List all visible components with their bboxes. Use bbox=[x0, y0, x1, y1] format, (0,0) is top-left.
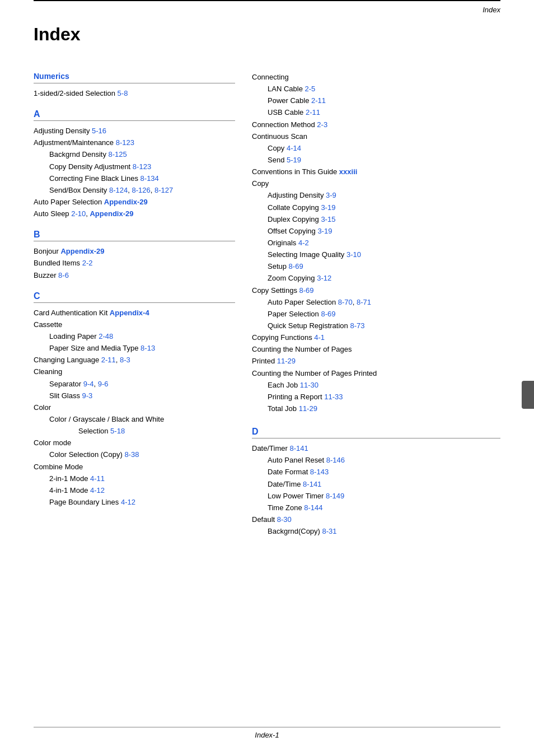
list-item: Counting the Number of Pages Printed bbox=[252, 368, 500, 379]
list-item: Buzzer 8-6 bbox=[34, 270, 235, 281]
side-tab bbox=[522, 381, 534, 409]
right-column: Connecting LAN Cable 2-5 Power Cable 2-1… bbox=[252, 67, 500, 538]
list-item: Auto Sleep 2-10, Appendix-29 bbox=[34, 208, 235, 220]
list-item: Zoom Copying 3-12 bbox=[252, 273, 500, 284]
list-item: Low Power Timer 8-149 bbox=[252, 491, 500, 502]
list-item: Card Authentication Kit Appendix-4 bbox=[34, 307, 235, 319]
list-item: Originals 4-2 bbox=[252, 237, 500, 249]
list-item: Slit Glass 9-3 bbox=[34, 390, 235, 402]
list-item: Total Job 11-29 bbox=[252, 403, 500, 414]
list-item: Paper Selection 8-69 bbox=[252, 309, 500, 320]
list-item: Printing a Report 11-33 bbox=[252, 391, 500, 403]
list-item: Auto Panel Reset 8-146 bbox=[252, 455, 500, 466]
list-item: Collate Copying 3-19 bbox=[252, 202, 500, 213]
list-item: Loading Paper 2-48 bbox=[34, 331, 235, 342]
list-item: Date Format 8-143 bbox=[252, 466, 500, 478]
list-item: Setup 8-69 bbox=[252, 261, 500, 272]
left-column: Numerics 1-sided/2-sided Selection 5-8 A… bbox=[34, 67, 235, 538]
list-item: Backgrnd Density 8-125 bbox=[34, 149, 235, 160]
list-item: Connecting bbox=[252, 72, 500, 83]
index-columns: Numerics 1-sided/2-sided Selection 5-8 A… bbox=[34, 67, 500, 538]
list-item: Send 5-19 bbox=[252, 155, 500, 166]
list-item: Send/Box Density 8-124, 8-126, 8-127 bbox=[34, 185, 235, 196]
list-item: Separator 9-4, 9-6 bbox=[34, 379, 235, 390]
list-item: Bundled Items 2-2 bbox=[34, 258, 235, 269]
list-item: Each Job 11-30 bbox=[252, 380, 500, 391]
list-item: Copy Density Adjustment 8-123 bbox=[34, 161, 235, 172]
header-title: Index bbox=[483, 6, 500, 14]
list-item: Auto Paper Selection 8-70, 8-71 bbox=[252, 297, 500, 308]
section-header-c: C bbox=[34, 291, 235, 301]
list-item: Bonjour Appendix-29 bbox=[34, 246, 235, 257]
list-item: Counting the Number of Pages bbox=[252, 344, 500, 355]
list-item: Color bbox=[34, 402, 235, 413]
list-item: Copy bbox=[252, 178, 500, 189]
list-item: Quick Setup Registration 8-73 bbox=[252, 320, 500, 332]
list-item: Changing Language 2-11, 8-3 bbox=[34, 354, 235, 366]
list-item: Combine Mode bbox=[34, 461, 235, 473]
list-item: Date/Time 8-141 bbox=[252, 479, 500, 490]
page-title: Index bbox=[34, 24, 500, 45]
section-header-d: D bbox=[252, 427, 500, 437]
list-item: Adjustment/Maintenance 8-123 bbox=[34, 137, 235, 148]
page-container: Index Index Numerics 1-sided/2-sided Sel… bbox=[0, 0, 534, 756]
list-item: Default 8-30 bbox=[252, 514, 500, 525]
list-item: Auto Paper Selection Appendix-29 bbox=[34, 197, 235, 208]
list-item: Copying Functions 4-1 bbox=[252, 332, 500, 343]
list-item: USB Cable 2-11 bbox=[252, 107, 500, 118]
list-item: Page Boundary Lines 4-12 bbox=[34, 497, 235, 508]
list-item: Connection Method 2-3 bbox=[252, 119, 500, 130]
list-item: Correcting Fine Black Lines 8-134 bbox=[34, 173, 235, 184]
footer-bar: Index-1 bbox=[34, 727, 500, 739]
section-divider-b bbox=[34, 241, 235, 241]
list-item: 2-in-1 Mode 4-11 bbox=[34, 473, 235, 484]
list-item: Continuous Scan bbox=[252, 131, 500, 142]
list-item: 1-sided/2-sided Selection 5-8 bbox=[34, 88, 235, 99]
section-header-a: A bbox=[34, 109, 235, 119]
list-item: Cleaning bbox=[34, 366, 235, 377]
list-item: Printed 11-29 bbox=[252, 356, 500, 367]
list-item: Copy 4-14 bbox=[252, 143, 500, 154]
list-item: Color mode bbox=[34, 437, 235, 449]
list-item: Conventions in This Guide xxxiii bbox=[252, 166, 500, 178]
list-item: Paper Size and Media Type 8-13 bbox=[34, 343, 235, 354]
section-header-numerics: Numerics bbox=[34, 72, 235, 81]
list-item: Selecting Image Quality 3-10 bbox=[252, 249, 500, 260]
list-item: Time Zone 8-144 bbox=[252, 502, 500, 514]
section-divider-c bbox=[34, 302, 235, 303]
list-item: Color Selection (Copy) 8-38 bbox=[34, 449, 235, 460]
list-item: Cassette bbox=[34, 319, 235, 330]
list-item: Power Cable 2-11 bbox=[252, 95, 500, 106]
footer-text: Index-1 bbox=[255, 731, 279, 739]
list-item: Adjusting Density 3-9 bbox=[252, 190, 500, 201]
section-divider-numerics bbox=[34, 83, 235, 83]
list-item: LAN Cable 2-5 bbox=[252, 83, 500, 95]
list-item: Duplex Copying 3-15 bbox=[252, 214, 500, 225]
section-divider-a bbox=[34, 120, 235, 121]
list-item: Backgrnd(Copy) 8-31 bbox=[252, 526, 500, 537]
list-item: Date/Timer 8-141 bbox=[252, 443, 500, 454]
list-item: Selection 5-18 bbox=[34, 426, 235, 437]
list-item: 4-in-1 Mode 4-12 bbox=[34, 485, 235, 496]
list-item: Adjusting Density 5-16 bbox=[34, 125, 235, 137]
section-header-b: B bbox=[34, 230, 235, 240]
section-divider-d bbox=[252, 438, 500, 438]
header-bar: Index bbox=[34, 0, 500, 14]
list-item: Color / Grayscale / Black and White bbox=[34, 414, 235, 425]
list-item: Offset Copying 3-19 bbox=[252, 226, 500, 237]
list-item: Copy Settings 8-69 bbox=[252, 285, 500, 296]
